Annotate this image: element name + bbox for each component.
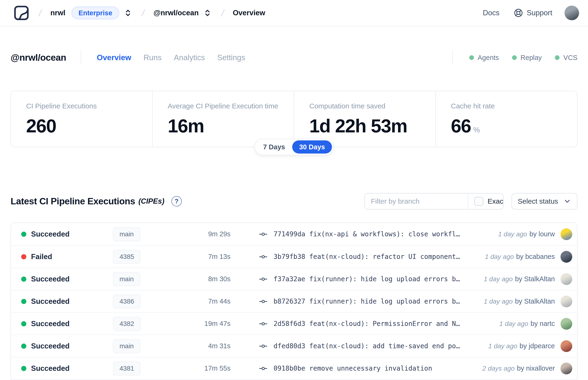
author-avatar xyxy=(560,340,572,352)
workspace-header: @nrwl/ocean Overview Runs Analytics Sett… xyxy=(0,26,588,71)
status-dot-icon xyxy=(512,55,517,60)
tab-overview[interactable]: Overview xyxy=(97,53,131,62)
stat-card-time-saved: Computation time saved 1d 22h 53m xyxy=(294,91,435,147)
author: by StalkAltan xyxy=(515,298,555,305)
author-avatar xyxy=(560,273,572,285)
cipe-duration: 4m 31s xyxy=(172,342,230,350)
date-range-toggle: 7 Days 30 Days xyxy=(254,139,334,155)
enterprise-badge[interactable]: Enterprise xyxy=(72,7,119,19)
author-avatar xyxy=(560,296,572,307)
author: by nixallover xyxy=(517,364,555,372)
stat-value: 1d 22h 53m xyxy=(309,117,435,135)
workspace-tabs: Overview Runs Analytics Settings xyxy=(97,53,245,62)
top-navbar: / nrwl Enterprise / @nrwl/ocean / Overvi… xyxy=(0,0,588,26)
cipe-duration: 9m 29s xyxy=(172,230,230,238)
stat-card-avg-execution-time: Average CI Pipeline Execution time 16m xyxy=(152,91,294,147)
git-commit-icon xyxy=(258,342,268,350)
git-commit-icon xyxy=(258,320,268,328)
integration-replay[interactable]: Replay xyxy=(512,54,542,62)
stat-card-ci-executions: CI Pipeline Executions 260 xyxy=(11,91,152,147)
commit-message[interactable]: 3b79fb38 feat(nx-cloud): refactor UI com… xyxy=(274,253,460,261)
time-ago: 1 day ago xyxy=(484,275,513,283)
tab-runs[interactable]: Runs xyxy=(143,53,162,62)
table-row[interactable]: Failed 4385 7m 13s 3b79fb38 feat(nx-clou… xyxy=(11,245,577,267)
author: by jdpearce xyxy=(520,342,555,350)
branch-badge[interactable]: 4382 xyxy=(113,317,141,331)
support-link[interactable]: Support xyxy=(513,8,552,18)
status-dot-icon xyxy=(21,277,26,282)
commit-message[interactable]: f37a32ae fix(runner): hide log upload er… xyxy=(274,275,460,283)
range-30-days[interactable]: 30 Days xyxy=(292,140,332,153)
author: by bcabanes xyxy=(516,253,555,261)
commit-message[interactable]: b8726327 fix(runner): hide log upload er… xyxy=(274,298,460,305)
table-row[interactable]: Succeeded 4386 7m 44s b8726327 fix(runne… xyxy=(11,290,577,312)
breadcrumb-page: Overview xyxy=(233,9,265,17)
branch-badge[interactable]: 4386 xyxy=(113,294,141,308)
cipe-duration: 7m 44s xyxy=(172,298,230,305)
table-row[interactable]: Succeeded main 4m 31s dfed80d3 feat(nx-c… xyxy=(11,335,577,357)
stats-section: CI Pipeline Executions 260 Average CI Pi… xyxy=(11,91,577,147)
table-row[interactable]: Succeeded 4382 19m 47s 2d58f6d3 feat(nx-… xyxy=(11,312,577,335)
exact-filter: Exact xyxy=(468,193,504,209)
time-ago: 2 days ago xyxy=(482,365,515,372)
git-commit-icon xyxy=(258,230,268,238)
time-ago: 1 day ago xyxy=(485,253,514,261)
table-row[interactable]: Succeeded main 9m 29s 771499da fix(nx-ap… xyxy=(11,223,577,245)
workspace-title: @nrwl/ocean xyxy=(11,53,66,63)
branch-badge[interactable]: 4385 xyxy=(113,250,141,264)
time-ago: 1 day ago xyxy=(498,230,527,238)
branch-badge[interactable]: 4381 xyxy=(113,361,141,376)
cipe-status: Succeeded xyxy=(31,275,70,283)
commit-message[interactable]: 771499da fix(nx-api & workflows): close … xyxy=(274,230,460,238)
status-select[interactable]: Select status xyxy=(512,193,577,209)
git-commit-icon xyxy=(258,253,268,261)
time-ago: 1 day ago xyxy=(484,298,513,305)
breadcrumb-workspace[interactable]: @nrwl/ocean xyxy=(153,9,199,17)
status-dot-icon xyxy=(469,55,474,60)
commit-message[interactable]: 2d58f6d3 feat(nx-cloud): PermissionError… xyxy=(274,320,460,327)
divider xyxy=(81,51,81,65)
cipes-section-header: Latest CI Pipeline Executions (CIPEs) ? … xyxy=(11,192,577,211)
table-row[interactable]: Succeeded main 8m 30s f37a32ae fix(runne… xyxy=(11,267,577,290)
time-ago: 1 day ago xyxy=(488,342,517,350)
commit-message[interactable]: 0918b0be remove unnecessary invalidation xyxy=(274,364,432,372)
integration-vcs[interactable]: VCS xyxy=(555,54,577,62)
user-avatar[interactable] xyxy=(565,6,579,20)
integration-statuses: Agents Replay VCS xyxy=(452,51,577,65)
branch-filter-input[interactable] xyxy=(365,193,468,209)
integration-agents[interactable]: Agents xyxy=(469,54,499,62)
nx-cloud-logo-icon[interactable] xyxy=(13,4,30,21)
docs-link[interactable]: Docs xyxy=(483,9,500,17)
stat-value: 66% xyxy=(451,117,577,135)
help-icon[interactable]: ? xyxy=(171,196,182,207)
exact-checkbox[interactable] xyxy=(474,197,483,206)
cipe-duration: 19m 47s xyxy=(172,320,230,327)
status-dot-icon xyxy=(21,254,26,259)
commit-message[interactable]: dfed80d3 feat(nx-cloud): add time-saved … xyxy=(274,342,460,350)
time-ago: 1 day ago xyxy=(499,320,528,327)
exact-label: Exact xyxy=(488,197,504,205)
author-avatar xyxy=(560,318,572,330)
stat-card-cache-hit-rate: Cache hit rate 66% xyxy=(435,91,577,147)
breadcrumb-separator: / xyxy=(220,8,225,18)
author-avatar xyxy=(560,362,572,374)
table-row[interactable]: Succeeded 4381 17m 55s 0918b0be remove u… xyxy=(11,357,577,379)
branch-badge[interactable]: main xyxy=(113,272,140,286)
branch-badge[interactable]: main xyxy=(113,227,140,241)
tab-settings[interactable]: Settings xyxy=(217,53,245,62)
stat-value: 260 xyxy=(26,117,152,135)
branch-badge[interactable]: main xyxy=(113,339,140,353)
git-commit-icon xyxy=(258,298,268,305)
cipes-title: Latest CI Pipeline Executions xyxy=(11,196,135,207)
status-dot-icon xyxy=(21,299,26,304)
cipe-duration: 17m 55s xyxy=(172,364,230,372)
workspace-selector-chevron-icon[interactable] xyxy=(203,8,212,18)
breadcrumb-org[interactable]: nrwl xyxy=(50,9,65,17)
org-selector-chevron-icon[interactable] xyxy=(123,8,133,18)
cipe-status: Succeeded xyxy=(31,342,70,350)
git-commit-icon xyxy=(258,275,268,283)
cipes-table: Succeeded main 9m 29s 771499da fix(nx-ap… xyxy=(11,223,577,380)
tab-analytics[interactable]: Analytics xyxy=(174,53,205,62)
range-7-days[interactable]: 7 Days xyxy=(256,140,292,153)
cipe-duration: 7m 13s xyxy=(172,253,230,261)
